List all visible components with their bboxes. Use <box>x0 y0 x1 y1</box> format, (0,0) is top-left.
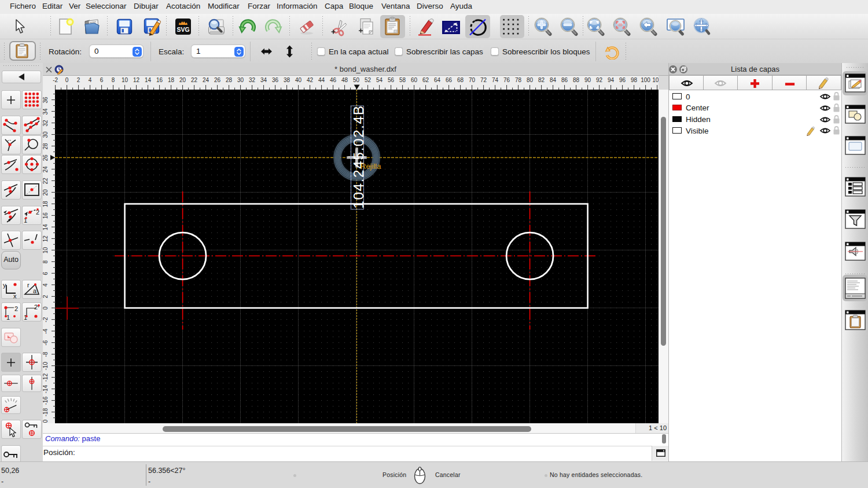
svg-text:r: r <box>27 282 30 289</box>
svg-text:Rejilla: Rejilla <box>361 162 381 171</box>
svg-text:1: 1 <box>24 314 27 321</box>
svg-text:a: a <box>33 287 37 294</box>
svg-text:SVG: SVG <box>176 26 189 33</box>
svg-text:1: 1 <box>6 314 10 321</box>
svg-text:104.245.02.4B: 104.245.02.4B <box>351 106 366 209</box>
svg-text:2: 2 <box>14 305 18 312</box>
svg-text:x: x <box>13 293 17 298</box>
svg-text:y: y <box>3 282 6 289</box>
